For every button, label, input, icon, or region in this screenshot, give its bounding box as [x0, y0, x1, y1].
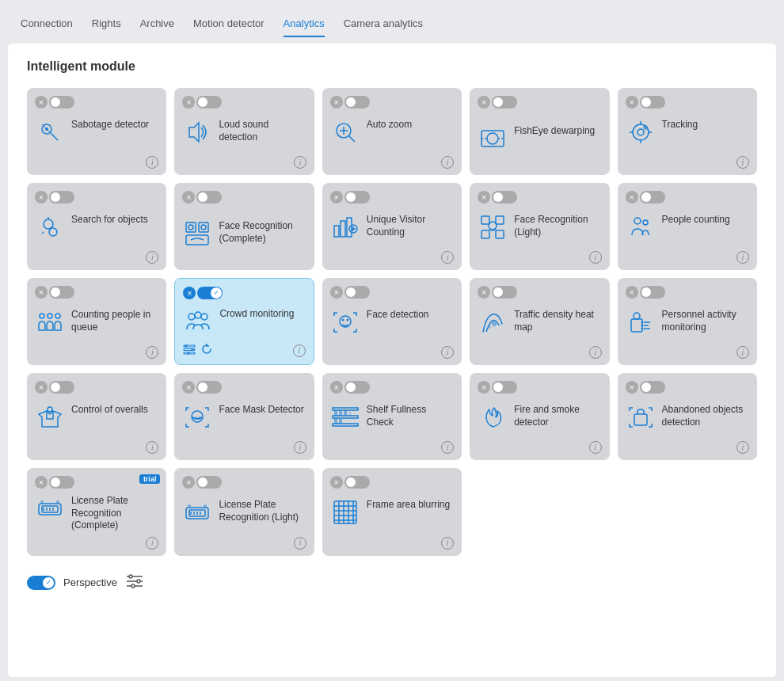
toggle-frameblur[interactable]	[344, 476, 370, 489]
svg-point-58	[641, 321, 643, 324]
crowd-settings-icon[interactable]	[183, 343, 196, 358]
svg-point-54	[492, 321, 497, 326]
info-facemask[interactable]	[294, 441, 306, 454]
info-abandoned[interactable]	[736, 441, 749, 454]
toggle-licensecomplete[interactable]	[49, 476, 74, 489]
toggle-licenselight[interactable]	[196, 476, 222, 489]
toggle-tracking[interactable]	[640, 96, 665, 108]
nav-motion-detector[interactable]: Motion detector	[193, 17, 265, 37]
x-button-traffic[interactable]	[478, 286, 490, 299]
toggle-facereclight[interactable]	[492, 191, 517, 204]
info-firesmoke[interactable]	[589, 441, 602, 454]
info-facereclight[interactable]	[589, 251, 602, 264]
svg-rect-34	[481, 230, 489, 238]
svg-point-9	[487, 133, 498, 144]
x-button-personnel[interactable]	[626, 286, 638, 299]
svg-marker-3	[189, 123, 199, 142]
toggle-facereccomplete[interactable]	[196, 191, 222, 204]
personnel-label: Personnel activity monitoring	[662, 307, 749, 333]
toggle-abandoned[interactable]	[640, 381, 665, 394]
info-tracking[interactable]	[736, 156, 749, 169]
crowd-refresh-icon[interactable]	[200, 343, 213, 358]
module-card-traffic: Traffic density heat map	[470, 278, 609, 365]
toggle-crowd[interactable]	[197, 287, 223, 299]
toggle-traffic[interactable]	[492, 286, 517, 299]
info-autozoom[interactable]	[441, 156, 454, 169]
nav-camera-analytics[interactable]: Camera analytics	[344, 17, 423, 37]
x-button-facedetect[interactable]	[330, 286, 343, 299]
toggle-loudsound[interactable]	[196, 96, 222, 108]
svg-rect-68	[339, 410, 342, 416]
nav-analytics[interactable]: Analytics	[284, 17, 325, 37]
x-button-licensecomplete[interactable]	[35, 476, 48, 489]
toggle-uniquevisitor[interactable]	[344, 191, 370, 204]
tracking-label: Tracking	[662, 117, 749, 131]
x-button-abandoned[interactable]	[626, 381, 638, 394]
x-button-shelf[interactable]	[330, 381, 343, 394]
toggle-firesmoke[interactable]	[492, 381, 517, 394]
toggle-sabotage[interactable]	[49, 96, 74, 108]
x-button-uniquevisitor[interactable]	[330, 191, 343, 204]
module-card-shelf: Shelf Fullness Check	[322, 373, 462, 460]
toggle-overalls[interactable]	[49, 381, 74, 394]
info-licenselight[interactable]	[294, 537, 306, 550]
info-sabotage[interactable]	[146, 156, 158, 169]
x-button-loudsound[interactable]	[182, 96, 195, 108]
x-button-fisheye[interactable]	[478, 96, 490, 108]
nav-archive[interactable]: Archive	[140, 17, 174, 37]
x-button-licenselight[interactable]	[182, 476, 195, 489]
module-card-licensecomplete: trial	[27, 468, 166, 556]
x-button-facemask[interactable]	[182, 381, 195, 394]
toggle-peoplecounting[interactable]	[640, 191, 665, 204]
x-button-countingqueue[interactable]	[35, 286, 48, 299]
x-button-facereclight[interactable]	[478, 191, 490, 204]
x-button-overalls[interactable]	[35, 381, 48, 394]
toggle-autozoom[interactable]	[344, 96, 370, 108]
info-loudsound[interactable]	[294, 156, 306, 169]
info-searchobj[interactable]	[146, 251, 158, 264]
info-countingqueue[interactable]	[146, 346, 158, 359]
perspective-settings-icon[interactable]	[125, 573, 144, 592]
x-button-autozoom[interactable]	[330, 96, 343, 108]
loudsound-icon	[182, 117, 212, 147]
info-frameblur[interactable]	[441, 537, 454, 550]
toggle-facemask[interactable]	[196, 381, 222, 394]
x-button-peoplecounting[interactable]	[626, 191, 638, 204]
toggle-facedetect[interactable]	[344, 286, 370, 299]
info-personnel[interactable]	[736, 346, 749, 359]
svg-rect-33	[496, 216, 504, 224]
x-button-searchobj[interactable]	[35, 191, 48, 204]
info-licensecomplete[interactable]	[146, 537, 158, 550]
perspective-toggle[interactable]	[27, 576, 55, 590]
toggle-searchobj[interactable]	[49, 191, 74, 204]
x-button-tracking[interactable]	[626, 96, 638, 108]
nav-connection[interactable]: Connection	[21, 17, 73, 37]
toggle-countingqueue[interactable]	[49, 286, 74, 299]
toggle-shelf[interactable]	[344, 381, 370, 394]
x-button-facereccomplete[interactable]	[182, 191, 195, 204]
info-traffic[interactable]	[589, 346, 602, 359]
x-button-frameblur[interactable]	[330, 476, 343, 489]
x-button-crowd[interactable]	[183, 287, 196, 299]
svg-point-52	[341, 319, 344, 321]
svg-point-49	[192, 348, 194, 351]
info-shelf[interactable]	[441, 441, 454, 454]
personnel-icon	[626, 307, 656, 337]
module-card-autozoom: Auto zoom	[322, 88, 462, 175]
x-button-sabotage[interactable]	[35, 96, 48, 108]
toggle-personnel[interactable]	[640, 286, 665, 299]
nav-rights[interactable]: Rights	[92, 17, 121, 37]
x-button-firesmoke[interactable]	[478, 381, 490, 394]
facedetect-label: Face detection	[367, 307, 454, 321]
svg-point-60	[641, 328, 643, 330]
svg-line-5	[349, 136, 355, 142]
toggle-fisheye[interactable]	[492, 96, 517, 108]
info-overalls[interactable]	[146, 441, 158, 454]
svg-point-104	[131, 584, 135, 588]
svg-point-62	[192, 411, 203, 422]
info-facedetect[interactable]	[441, 346, 454, 359]
info-uniquevisitor[interactable]	[441, 251, 454, 264]
info-crowd[interactable]	[293, 344, 306, 357]
info-peoplecounting[interactable]	[736, 251, 749, 264]
svg-point-38	[643, 220, 648, 225]
